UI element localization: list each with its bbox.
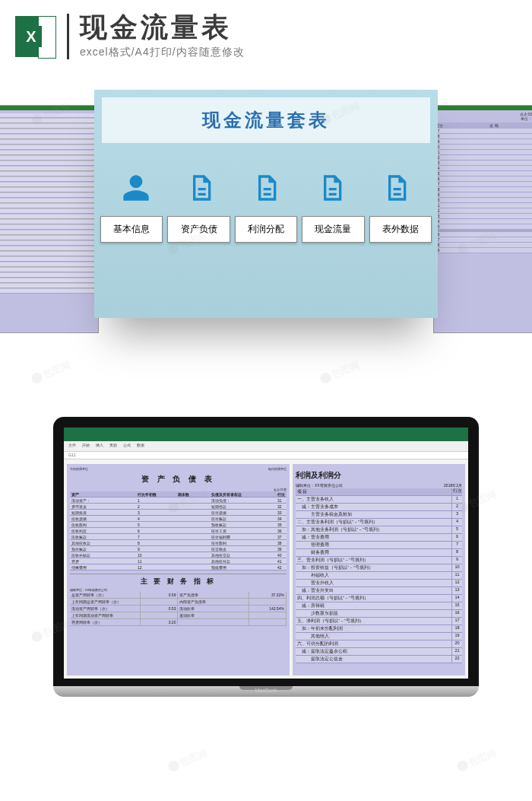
bg-sheet-left: [0, 105, 99, 333]
sheet-title: 资 产 负 债 表: [70, 471, 287, 488]
document-icon: [381, 170, 411, 205]
meta-left: 年份所属单位: [70, 467, 88, 471]
menu-button-4[interactable]: 表外数据: [369, 216, 432, 243]
col-item: 项 目: [296, 488, 451, 495]
person-icon: [121, 170, 151, 205]
col-rownum: 行次: [451, 488, 462, 495]
profit-date: 2018年2月: [444, 483, 462, 488]
col-amount: 金 额: [451, 123, 532, 128]
ribbon-tab[interactable]: 插入: [96, 443, 103, 450]
excel-x: X: [21, 26, 42, 47]
excel-file-icon: X: [15, 16, 56, 57]
cell-reference: G11: [68, 453, 75, 457]
ribbon-tab[interactable]: 页面: [109, 443, 117, 450]
fin-indicators-title: 主 要 财 务 指 标: [70, 574, 287, 588]
document-icon: [316, 170, 347, 205]
profit-sheet: 利润及利润分 编制单位：XX有限责任公司 2018年2月 项 目 行次 一、主营…: [293, 464, 465, 675]
ribbon-tab[interactable]: 开始: [82, 443, 90, 450]
menu-button-2[interactable]: 利润分配: [235, 216, 297, 243]
bg-sheet-right: 会企03表 单位：元 行次 金 额 5758596061626364656667…: [433, 105, 532, 333]
laptop-mockup: 文件开始插入页面公式数据 G11 年份所属单位 现代所属单位 资 产 负 债 表…: [53, 417, 479, 693]
balance-sheet: 年份所属单位 现代所属单位 资 产 负 债 表 会企01表 资产行次年初数期末数…: [67, 464, 290, 675]
document-icon: [185, 170, 216, 205]
col-row-num: 行次: [435, 123, 451, 128]
watermark: 包图网: [467, 747, 499, 768]
profit-company: 编制单位：XX有限责任公司: [296, 483, 343, 488]
meta-right: 现代所属单位: [268, 467, 287, 471]
document-icon: [251, 170, 281, 205]
ribbon-tab[interactable]: 公式: [123, 443, 131, 450]
profit-title: 利润及利润分: [296, 467, 462, 482]
menu-button-3[interactable]: 现金流量: [302, 216, 364, 243]
card-title: 现金流量套表: [102, 97, 430, 143]
menu-button-0[interactable]: 基本信息: [100, 216, 163, 243]
preview-section: 会企03表 单位：元 行次 金 额 5758596061626364656667…: [0, 82, 532, 379]
unit-label: 单位：元: [437, 116, 532, 121]
watermark: 包图网: [178, 747, 210, 768]
excel-ribbon: 文件开始插入页面公式数据: [64, 441, 468, 452]
page-header: X 现金流量表 excel格式/A4打印/内容随意修改: [0, 0, 532, 67]
menu-button-1[interactable]: 资产负债: [167, 216, 230, 243]
page-subtitle: excel格式/A4打印/内容随意修改: [80, 46, 245, 59]
page-title: 现金流量表: [80, 14, 245, 41]
ribbon-tab[interactable]: 数据: [137, 443, 144, 450]
menu-card: 现金流量套表 基本信息资产负债利润分配现金流量表外数据: [94, 90, 438, 318]
ribbon-tab[interactable]: 文件: [68, 443, 76, 450]
laptop-brand: MacBook: [53, 688, 479, 693]
